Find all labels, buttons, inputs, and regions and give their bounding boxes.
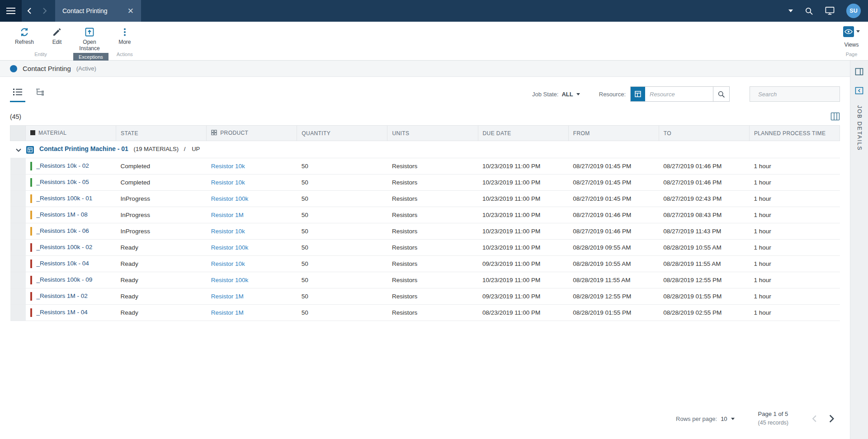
product-link[interactable]: Resistor 1M [211,309,244,316]
forward-button[interactable] [37,0,52,22]
material-link[interactable]: _Resistors 10k - 06 [37,227,89,234]
cell-from: 08/27/2019 01:45 PM [568,158,659,175]
cell-planned-process-time: 1 hour [749,256,840,272]
cell-material: _Resistors 100k - 02 [26,240,116,256]
col-header-material[interactable]: MATERIAL [26,126,116,141]
expand-panel-icon[interactable] [850,84,868,97]
cell-units: Resistors [387,272,478,288]
job-state-value: ALL [561,91,573,98]
table-row[interactable]: _Resistors 100k - 02 Ready Resistor 100k… [10,240,840,256]
cell-units: Resistors [387,223,478,240]
col-header-product[interactable]: PRODUCT [207,126,297,141]
col-header-units[interactable]: UNITS [387,126,478,141]
tree-view-toggle[interactable] [33,86,48,102]
view-toggles [10,86,48,102]
cell-units: Resistors [387,191,478,207]
search-icon[interactable] [805,7,813,15]
topbar-dropdown-caret-icon[interactable] [788,9,793,12]
resource-input[interactable] [645,87,713,101]
col-header-state[interactable]: STATE [116,126,207,141]
select-all-icon[interactable] [30,130,35,137]
page-title: Contact Printing [23,65,71,72]
user-avatar[interactable]: SU [846,4,861,18]
material-link[interactable]: _Resistors 1M - 02 [37,293,88,299]
list-view-toggle[interactable] [10,86,25,102]
col-header-quantity[interactable]: QUANTITY [297,126,387,141]
group-label-exceptions: Exceptions [73,53,108,61]
edit-button[interactable]: Edit [41,26,73,47]
toolbar-group-actions: More Actions [108,22,141,60]
product-link[interactable]: Resistor 10k [211,163,245,170]
cell-planned-process-time: 1 hour [749,223,840,240]
table-row[interactable]: _Resistors 1M - 04 Ready Resistor 1M 50 … [10,305,840,321]
material-link[interactable]: _Resistors 1M - 04 [37,309,88,316]
next-page-button[interactable] [829,414,835,423]
rows-per-page-label: Rows per page: [676,415,717,422]
list-view-icon [13,88,23,96]
tab-contact-printing[interactable]: Contact Printing ✕ [55,0,141,22]
open-instance-button[interactable]: Open Instance [73,26,106,53]
product-link[interactable]: Resistor 10k [211,260,245,267]
cell-from: 08/28/2019 10:55 AM [568,256,659,272]
hamburger-menu-icon[interactable] [0,0,22,22]
cell-product: Resistor 10k [207,223,297,240]
product-link[interactable]: Resistor 100k [211,277,249,283]
table-row[interactable]: _Resistors 100k - 09 Ready Resistor 100k… [10,272,840,288]
table-row[interactable]: _Resistors 100k - 01 InProgress Resistor… [10,191,840,207]
col-header-planned-process-time[interactable]: PLANNED PROCESS TIME [749,126,840,141]
table-row[interactable]: _Resistors 1M - 02 Ready Resistor 1M 50 … [10,288,840,305]
material-link[interactable]: _Resistors 100k - 01 [37,195,93,202]
col-header-due-date[interactable]: DUE DATE [478,126,568,141]
material-link[interactable]: _Resistors 100k - 09 [37,276,93,283]
material-link[interactable]: _Resistors 10k - 02 [37,162,89,169]
more-button[interactable]: More [108,26,141,47]
magnifier-icon [717,90,725,98]
product-link[interactable]: Resistor 100k [211,195,249,202]
previous-page-button[interactable] [812,415,817,423]
col-header-to[interactable]: TO [659,126,749,141]
cell-quantity: 50 [297,305,387,321]
cell-material: _Resistors 10k - 06 [26,223,116,240]
resource-group-row[interactable]: Contact Printing Machine - 01 (19 MATERI… [10,141,840,158]
material-link[interactable]: _Resistors 1M - 08 [37,211,88,218]
back-button[interactable] [22,0,37,22]
product-link[interactable]: Resistor 1M [211,212,244,218]
cell-planned-process-time: 1 hour [749,272,840,288]
cell-due-date: 09/23/2019 11:00 PM [478,256,568,272]
table-row[interactable]: _Resistors 10k - 05 Completed Resistor 1… [10,175,840,191]
monitor-icon[interactable] [825,6,835,15]
panel-layout-icon[interactable] [850,65,868,78]
resource-icon [26,146,34,154]
collapse-chevron-icon[interactable] [16,146,21,153]
search-input[interactable] [758,91,839,98]
app-window: Contact Printing ✕ SU Refresh [0,0,868,439]
table-row[interactable]: _Resistors 1M - 08 InProgress Resistor 1… [10,207,840,223]
product-link[interactable]: Resistor 10k [211,179,245,186]
rows-per-page-selector[interactable]: Rows per page: 10 [676,415,735,422]
tab-close-icon[interactable]: ✕ [108,7,134,15]
row-gutter [10,305,26,321]
column-chooser-icon[interactable] [830,112,840,121]
job-details-tab[interactable]: JOB DETAILS [856,105,863,151]
table-row[interactable]: _Resistors 10k - 02 Completed Resistor 1… [10,158,840,175]
views-button[interactable] [843,26,860,37]
product-link[interactable]: Resistor 1M [211,293,244,300]
refresh-button[interactable]: Refresh [8,26,41,47]
cell-planned-process-time: 1 hour [749,207,840,223]
col-header-from[interactable]: FROM [568,126,659,141]
table-row[interactable]: _Resistors 10k - 04 Ready Resistor 10k 5… [10,256,840,272]
records-info: (45 records) [758,420,788,426]
material-link[interactable]: _Resistors 10k - 04 [37,260,89,267]
job-details-side-panel: JOB DETAILS [850,61,868,439]
cell-product: Resistor 1M [207,207,297,223]
resource-search-button[interactable] [713,87,729,101]
job-state-filter[interactable]: Job State: ALL [532,91,580,98]
material-link[interactable]: _Resistors 10k - 05 [37,179,89,185]
cell-to: 08/27/2019 01:46 PM [659,158,749,175]
resource-group-name[interactable]: Contact Printing Machine - 01 [39,145,128,152]
product-link[interactable]: Resistor 100k [211,244,249,251]
product-link[interactable]: Resistor 10k [211,228,245,235]
table-row[interactable]: _Resistors 10k - 06 InProgress Resistor … [10,223,840,240]
gutter-header [10,126,26,141]
material-link[interactable]: _Resistors 100k - 02 [37,244,93,250]
